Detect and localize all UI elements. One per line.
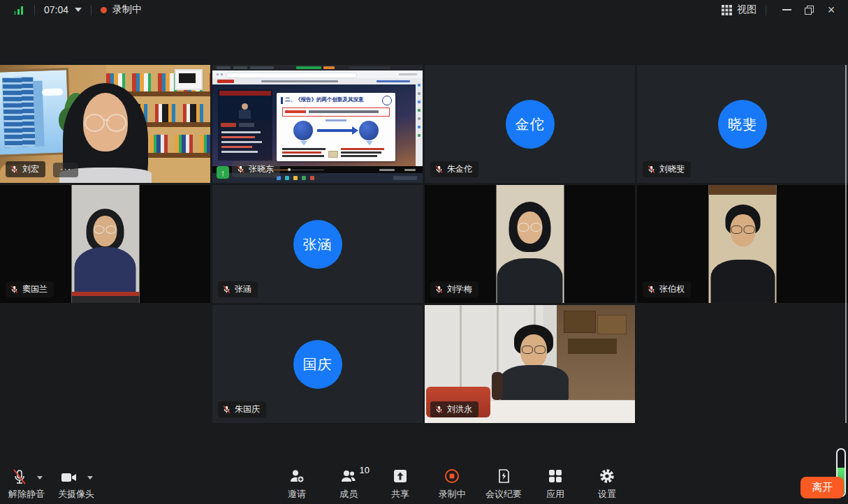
meeting-window: 07:04 录制中 视图 × (0, 0, 848, 504)
participant-tile-dou-guolan[interactable]: 窦国兰 (0, 185, 210, 303)
lecture-video-panel (218, 89, 272, 161)
mic-muted-icon (434, 405, 444, 414)
divider (91, 5, 92, 15)
divider (766, 5, 766, 15)
invite-button[interactable]: 邀请 (277, 468, 317, 501)
glasses (730, 225, 755, 234)
participant-tile-liu-xiaofei[interactable]: 晓斐 刘晓斐 (637, 65, 848, 183)
person-add-icon (288, 468, 305, 484)
glasses (94, 225, 117, 234)
divider (34, 5, 35, 15)
record-icon (444, 468, 460, 484)
leave-meeting-button[interactable]: 离开 (801, 477, 844, 498)
name-label: 刘洪永 (430, 401, 478, 417)
view-button[interactable]: 视图 (737, 3, 756, 16)
unmute-button[interactable]: 解除静音 (3, 467, 50, 501)
toolbar-center-group: 邀请 10 成员 (277, 468, 627, 501)
apps-button[interactable]: 应用 (535, 468, 576, 501)
avatar: 晓斐 (718, 100, 767, 149)
camera-icon (60, 470, 78, 485)
name-label: 张涵 (218, 281, 258, 297)
browser-address-bar (212, 71, 423, 78)
name-label: 张晓东 (232, 161, 280, 177)
participant-tile-zhu-jintuo[interactable]: 金佗 朱金佗 (425, 65, 635, 183)
participant-tile-liu-hong[interactable]: 刘宏 ··· (0, 65, 210, 183)
share-arrow-icon (392, 468, 409, 484)
recording-status-label: 录制中 (112, 3, 142, 16)
close-button[interactable]: × (820, 1, 842, 19)
mic-muted-icon (434, 165, 444, 174)
mic-muted-icon (10, 165, 19, 174)
meeting-time[interactable]: 07:04 (44, 4, 68, 15)
member-count: 10 (360, 465, 370, 475)
glasses (83, 114, 128, 132)
avatar: 张涵 (293, 220, 342, 269)
mic-muted-icon (222, 285, 231, 294)
scrollbar-track[interactable] (845, 65, 847, 423)
camera-off-button[interactable]: 关摄像头 (53, 467, 99, 501)
more-options-button[interactable]: ··· (53, 163, 78, 177)
slide-title: 二、《报告》的两个创新及其深意 (285, 96, 380, 105)
recording-dot-icon (101, 7, 107, 13)
view-grid-icon[interactable] (722, 5, 732, 15)
people-icon (340, 468, 357, 484)
top-bar: 07:04 录制中 视图 × (0, 0, 848, 20)
participant-tile-liu-xuemei[interactable]: 刘学梅 (425, 185, 635, 303)
mic-muted-icon (647, 165, 656, 174)
name-label: 刘学梅 (430, 281, 478, 297)
recording-button[interactable]: 录制中 (432, 468, 472, 501)
name-label: 刘晓斐 (643, 161, 691, 177)
minimize-button[interactable] (775, 1, 798, 19)
mic-muted-icon (11, 468, 28, 485)
mic-options-caret[interactable] (37, 476, 43, 480)
participant-tile-zhang-boquan[interactable]: 张伯权 (637, 185, 848, 303)
mic-muted-icon (10, 285, 19, 294)
name-label: 张伯权 (643, 281, 691, 297)
browser-tab-strip (212, 65, 423, 71)
camera-options-caret[interactable] (87, 476, 93, 480)
gear-icon (599, 468, 615, 484)
mic-muted-icon (434, 285, 444, 294)
apps-grid-icon (548, 468, 563, 484)
avatar: 国庆 (293, 340, 342, 389)
participant-tile-zhang-han[interactable]: 张涵 张涵 (212, 185, 423, 303)
presentation-slide: 二、《报告》的两个创新及其深意 (277, 93, 395, 161)
avatar: 金佗 (506, 100, 555, 149)
name-label: 窦国兰 (6, 281, 54, 297)
members-button[interactable]: 10 成员 (328, 468, 369, 501)
chevron-down-icon[interactable] (75, 8, 82, 12)
mic-muted-icon (647, 285, 656, 294)
participant-tile-liu-hongyong[interactable]: 刘洪永 (425, 305, 635, 423)
glasses (518, 223, 543, 231)
portrait-video (496, 185, 564, 303)
portrait-video (709, 185, 777, 303)
screen-share-icon: ↑ (217, 166, 229, 179)
participant-tile-zhang-xiaodong-screenshare[interactable]: 二、《报告》的两个创新及其深意 (212, 65, 423, 183)
network-signal-icon (14, 6, 25, 15)
meeting-notes-button[interactable]: 会议纪要 (483, 468, 524, 501)
portrait-video (71, 185, 139, 303)
participant-tile-zhu-guoqing[interactable]: 国庆 朱国庆 (212, 305, 423, 423)
browser-sidebar (416, 78, 423, 166)
mic-muted-icon (222, 405, 231, 414)
name-label: 朱国庆 (218, 401, 266, 417)
notes-doc-icon (495, 468, 512, 484)
mic-muted-icon (236, 165, 245, 174)
settings-button[interactable]: 设置 (587, 468, 627, 501)
bottom-toolbar: 解除静音 关摄像头 (0, 461, 848, 504)
name-label: 朱金佗 (430, 161, 478, 177)
restore-button[interactable] (798, 1, 820, 19)
webpage-content: 二、《报告》的两个创新及其深意 (212, 78, 423, 166)
share-screen-button[interactable]: 共享 (380, 468, 421, 501)
name-label: 刘宏 (6, 161, 45, 177)
